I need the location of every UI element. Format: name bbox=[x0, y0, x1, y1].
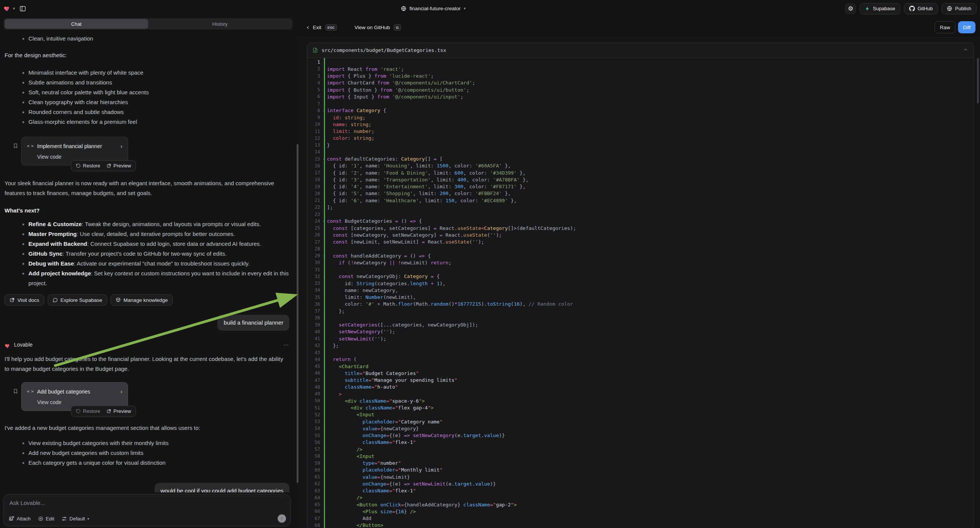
fold-chevron-icon[interactable]: ⌄ bbox=[323, 274, 325, 278]
line-number[interactable]: 7 bbox=[307, 101, 322, 107]
tab-chat[interactable]: Chat bbox=[5, 19, 148, 29]
line-number[interactable]: 49 bbox=[307, 391, 322, 396]
line-number[interactable]: 5 bbox=[307, 87, 322, 92]
line-number[interactable]: 21 bbox=[307, 198, 322, 203]
lovable-logo-icon[interactable] bbox=[3, 5, 11, 12]
line-number[interactable]: 61 bbox=[307, 474, 322, 480]
publish-button[interactable]: Publish bbox=[941, 3, 977, 14]
line-number[interactable]: 37 bbox=[307, 308, 322, 313]
supabase-button[interactable]: Supabase bbox=[859, 3, 900, 14]
line-number[interactable]: 19 bbox=[307, 184, 322, 189]
sidebar-toggle-button[interactable] bbox=[18, 3, 28, 14]
line-number[interactable]: 22 bbox=[307, 205, 322, 210]
line-number[interactable]: 51 bbox=[307, 405, 322, 410]
line-number[interactable]: 1 bbox=[307, 59, 322, 65]
line-number[interactable]: 3 bbox=[307, 73, 322, 79]
line-number[interactable]: 2 bbox=[307, 66, 322, 72]
file-header[interactable]: src/components/budget/BudgetCategories.t… bbox=[307, 43, 974, 58]
line-number[interactable]: 13 bbox=[307, 142, 322, 148]
line-number[interactable]: 15⌄ bbox=[307, 156, 322, 162]
project-switcher[interactable]: financial-future-creator ▾ bbox=[401, 0, 466, 17]
line-number[interactable]: 59 bbox=[307, 461, 322, 466]
restore-button[interactable]: Restore bbox=[76, 163, 100, 169]
line-number[interactable]: 67 bbox=[307, 516, 322, 521]
message-menu-button[interactable]: ⋯ bbox=[283, 340, 290, 350]
line-number[interactable]: 26 bbox=[307, 232, 322, 237]
line-number[interactable]: 45 bbox=[307, 364, 322, 369]
restore-button[interactable]: Restore bbox=[76, 408, 100, 414]
visit-docs-button[interactable]: Visit docs bbox=[5, 294, 45, 306]
line-number[interactable]: 33 bbox=[307, 281, 322, 286]
line-number[interactable]: 17 bbox=[307, 170, 322, 175]
line-number[interactable]: 44 bbox=[307, 357, 322, 362]
line-number[interactable]: 36 bbox=[307, 302, 322, 307]
chat-scrollbar[interactable] bbox=[297, 144, 299, 483]
explore-supabase-button[interactable]: Explore Supabase bbox=[48, 294, 107, 306]
preview-button[interactable]: Preview bbox=[107, 163, 131, 169]
line-number[interactable]: 65 bbox=[307, 502, 322, 507]
model-selector[interactable]: Default ▾ bbox=[61, 516, 89, 522]
line-number[interactable]: 48 bbox=[307, 385, 322, 390]
version-card-implement-financial-planner[interactable]: < > Implement financial planner › View c… bbox=[21, 137, 128, 165]
attach-button[interactable]: Attach bbox=[9, 516, 31, 522]
line-number[interactable]: 43 bbox=[307, 350, 322, 355]
bookmark-icon[interactable] bbox=[13, 388, 18, 397]
line-number[interactable]: 50 bbox=[307, 398, 322, 403]
line-number[interactable]: 23 bbox=[307, 212, 322, 217]
view-code-link[interactable]: View code bbox=[37, 399, 123, 406]
line-number[interactable]: 54 bbox=[307, 426, 322, 431]
line-number[interactable]: 32⌄ bbox=[307, 274, 322, 279]
chat-input[interactable] bbox=[10, 499, 285, 506]
line-number[interactable]: 52 bbox=[307, 412, 322, 417]
edit-mode-button[interactable]: Edit bbox=[38, 516, 54, 522]
view-on-github-button[interactable]: View on GitHub bbox=[355, 25, 390, 30]
line-number[interactable]: 9 bbox=[307, 115, 322, 120]
line-number[interactable]: 24⌄ bbox=[307, 219, 322, 224]
line-number[interactable]: 31 bbox=[307, 267, 322, 272]
line-number[interactable]: 58 bbox=[307, 453, 322, 459]
line-number[interactable]: 60 bbox=[307, 468, 322, 473]
bookmark-icon[interactable] bbox=[13, 142, 18, 152]
line-number[interactable]: 55 bbox=[307, 433, 322, 438]
exit-button[interactable]: Exit bbox=[313, 25, 321, 30]
line-number[interactable]: 41 bbox=[307, 336, 322, 341]
line-number[interactable]: 35 bbox=[307, 295, 322, 300]
line-number[interactable]: 25 bbox=[307, 225, 322, 231]
line-number[interactable]: 14 bbox=[307, 149, 322, 154]
line-number[interactable]: 8⌄ bbox=[307, 108, 322, 113]
line-number[interactable]: 28 bbox=[307, 246, 322, 251]
line-number[interactable]: 40 bbox=[307, 329, 322, 334]
line-number[interactable]: 46 bbox=[307, 371, 322, 376]
line-number[interactable]: 12 bbox=[307, 135, 322, 141]
logo-chevron-down-icon[interactable]: ▾ bbox=[13, 6, 15, 11]
line-number[interactable]: 39 bbox=[307, 322, 322, 328]
collapse-file-button[interactable] bbox=[963, 47, 968, 53]
github-button[interactable]: GitHub bbox=[904, 3, 938, 14]
line-number[interactable]: 18 bbox=[307, 177, 322, 182]
line-number[interactable]: 42 bbox=[307, 343, 322, 348]
line-number[interactable]: 6 bbox=[307, 94, 322, 99]
code-scrollbar[interactable] bbox=[977, 58, 979, 103]
line-number[interactable]: 63 bbox=[307, 488, 322, 493]
settings-button[interactable]: ⚙ bbox=[845, 3, 856, 14]
view-code-link[interactable]: View code bbox=[37, 153, 123, 160]
line-number[interactable]: 10 bbox=[307, 122, 322, 127]
line-number[interactable]: 56 bbox=[307, 440, 322, 445]
manage-knowledge-button[interactable]: Manage knowledge bbox=[111, 294, 173, 306]
line-number[interactable]: 30 bbox=[307, 260, 322, 265]
preview-button[interactable]: Preview bbox=[107, 408, 131, 414]
line-number[interactable]: 11 bbox=[307, 129, 322, 134]
raw-toggle-button[interactable]: Raw bbox=[935, 21, 955, 33]
fold-chevron-icon[interactable]: ⌄ bbox=[323, 253, 325, 257]
line-number[interactable]: 27 bbox=[307, 239, 322, 245]
line-number[interactable]: 53 bbox=[307, 419, 322, 424]
tab-history[interactable]: History bbox=[148, 19, 292, 29]
line-number[interactable]: 68 bbox=[307, 523, 322, 528]
line-number[interactable]: 57 bbox=[307, 447, 322, 452]
line-number[interactable]: 16 bbox=[307, 163, 322, 169]
line-number[interactable]: 20 bbox=[307, 191, 322, 196]
line-number[interactable]: 38 bbox=[307, 315, 322, 320]
line-number[interactable]: 47 bbox=[307, 378, 322, 383]
line-number[interactable]: 64 bbox=[307, 495, 322, 500]
send-button[interactable]: ↑ bbox=[278, 514, 286, 523]
